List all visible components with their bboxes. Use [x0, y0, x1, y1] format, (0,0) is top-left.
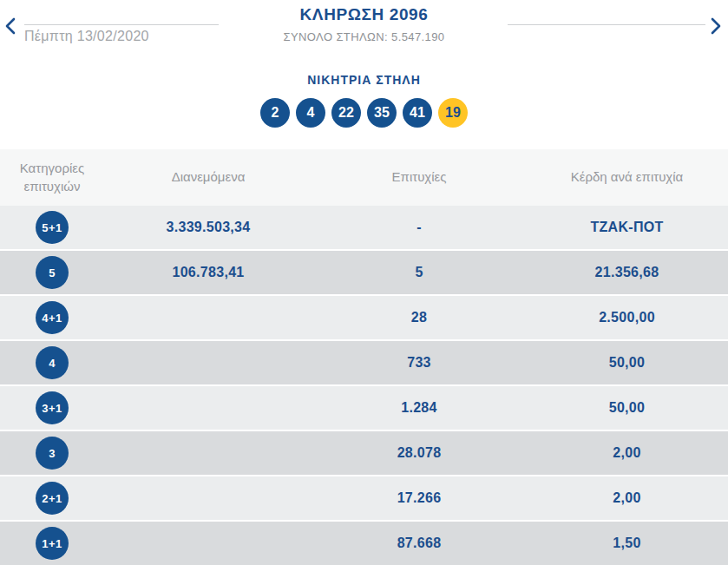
- chevron-left-icon: [5, 17, 16, 35]
- prize-cell: 50,00: [526, 355, 728, 371]
- column-header-winners: Επιτυχίες: [312, 168, 526, 186]
- next-draw-button[interactable]: [705, 14, 726, 38]
- winning-column-section: ΝΙΚΗΤΡΙΑ ΣΤΗΛΗ 2422354119: [0, 73, 728, 128]
- prize-cell: 2,00: [526, 445, 728, 461]
- winners-cell: 28: [312, 310, 526, 325]
- category-cell: 3+1: [0, 391, 104, 424]
- prize-table-header: Κατηγορίες επιτυχιών Διανεμόμενα Επιτυχί…: [0, 149, 728, 206]
- prize-table-body: 5+13.339.503,34-ΤΖΑΚ-ΠΟΤ5106.783,41521.3…: [0, 206, 728, 565]
- distributed-cell: 106.783,41: [104, 265, 312, 280]
- category-badge: 5: [36, 256, 69, 289]
- prize-cell: 21.356,68: [526, 265, 728, 280]
- draw-results-page: Πέμπτη 13/02/2020 ΚΛΗΡΩΣΗ 2096 ΣΥΝΟΛΟ ΣΤ…: [0, 0, 728, 565]
- category-badge: 2+1: [36, 482, 69, 515]
- winning-number-ball: 22: [331, 98, 361, 128]
- prev-draw-button[interactable]: [0, 14, 21, 38]
- chevron-right-icon: [711, 17, 721, 35]
- category-badge: 1+1: [36, 527, 69, 560]
- category-cell: 1+1: [0, 527, 104, 560]
- category-cell: 4: [0, 346, 104, 379]
- winners-cell: 733: [312, 355, 526, 371]
- column-header-distributed: Διανεμόμενα: [104, 168, 312, 186]
- category-cell: 5+1: [0, 211, 104, 244]
- winners-cell: 87.668: [312, 535, 526, 551]
- prize-cell: 2.500,00: [526, 310, 728, 325]
- table-row: 473350,00: [0, 341, 728, 384]
- prize-table: Κατηγορίες επιτυχιών Διανεμόμενα Επιτυχί…: [0, 149, 728, 565]
- column-header-prize: Κέρδη ανά επιτυχία: [526, 168, 728, 186]
- category-badge: 3: [36, 437, 69, 470]
- joker-number-ball: 19: [438, 98, 468, 128]
- total-columns-label: ΣΥΝΟΛΟ ΣΤΗΛΩΝ: 5.547.190: [191, 30, 537, 43]
- winners-cell: 17.266: [312, 490, 526, 506]
- category-badge: 4+1: [36, 301, 69, 334]
- table-row: 5106.783,41521.356,68: [0, 251, 728, 294]
- winning-number-ball: 4: [296, 98, 325, 128]
- table-row: 5+13.339.503,34-ΤΖΑΚ-ΠΟΤ: [0, 206, 728, 249]
- category-badge: 3+1: [36, 391, 69, 424]
- winners-cell: -: [312, 220, 526, 235]
- winners-cell: 28.078: [312, 445, 526, 461]
- date-underline: [24, 24, 219, 25]
- category-badge: 5+1: [36, 211, 69, 244]
- draw-date[interactable]: Πέμπτη 13/02/2020: [24, 29, 149, 44]
- winning-number-ball: 41: [403, 98, 432, 128]
- column-header-categories: Κατηγορίες επιτυχιών: [0, 160, 104, 195]
- prize-cell: 1,50: [526, 535, 728, 551]
- category-badge: 4: [36, 346, 69, 379]
- prize-cell: ΤΖΑΚ-ΠΟΤ: [526, 220, 728, 235]
- winners-cell: 5: [312, 265, 526, 280]
- table-row: 3+11.28450,00: [0, 386, 728, 430]
- category-cell: 3: [0, 437, 104, 470]
- table-row: 4+1282.500,00: [0, 296, 728, 339]
- draw-title: ΚΛΗΡΩΣΗ 2096: [191, 5, 537, 24]
- category-cell: 5: [0, 256, 104, 289]
- winners-cell: 1.284: [312, 400, 526, 416]
- winning-number-ball: 2: [260, 98, 290, 128]
- winning-numbers: 2422354119: [0, 98, 728, 128]
- table-row: 1+187.6681,50: [0, 522, 728, 565]
- draw-title-block: ΚΛΗΡΩΣΗ 2096 ΣΥΝΟΛΟ ΣΤΗΛΩΝ: 5.547.190: [191, 5, 537, 43]
- winning-column-label: ΝΙΚΗΤΡΙΑ ΣΤΗΛΗ: [0, 73, 728, 87]
- table-row: 328.0782,00: [0, 431, 728, 475]
- distributed-cell: 3.339.503,34: [104, 220, 312, 235]
- table-row: 2+117.2662,00: [0, 476, 728, 520]
- category-cell: 4+1: [0, 301, 104, 334]
- prize-cell: 2,00: [526, 490, 728, 506]
- draw-header: Πέμπτη 13/02/2020 ΚΛΗΡΩΣΗ 2096 ΣΥΝΟΛΟ ΣΤ…: [0, 0, 728, 52]
- category-cell: 2+1: [0, 482, 104, 515]
- next-underline: [508, 24, 705, 25]
- prize-cell: 50,00: [526, 400, 728, 416]
- winning-number-ball: 35: [367, 98, 397, 128]
